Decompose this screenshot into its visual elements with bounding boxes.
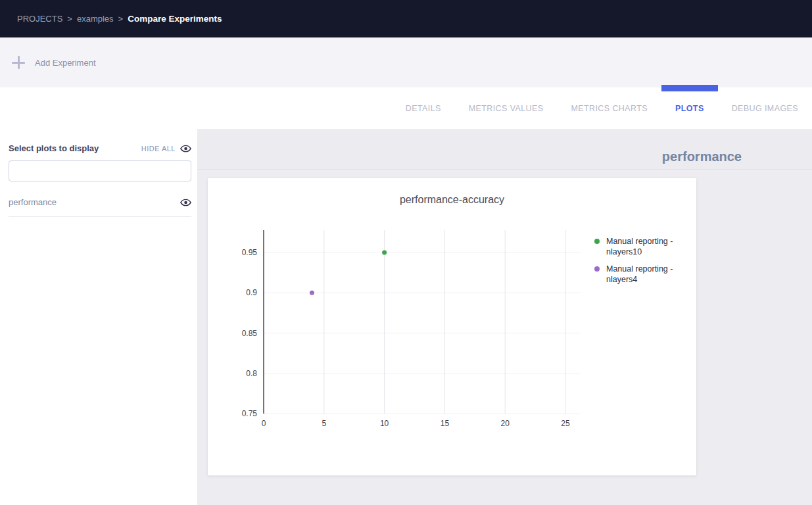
tab-bar: DETAILSMETRICS VALUESMETRICS CHARTSPLOTS… xyxy=(0,87,812,129)
tab-debug-images[interactable]: DEBUG IMAGES xyxy=(718,87,812,129)
legend-label: Manual reporting - nlayers10 xyxy=(606,236,684,258)
active-tab-indicator xyxy=(661,85,718,91)
eye-icon[interactable] xyxy=(180,199,191,206)
plot-svg[interactable]: 0.750.80.850.90.950510152025 xyxy=(208,178,696,475)
svg-text:0.75: 0.75 xyxy=(242,409,258,418)
plot-group-title: performance xyxy=(662,149,742,164)
sidebar: Select plots to display HIDE ALL perform… xyxy=(0,129,197,505)
hide-all-label: HIDE ALL xyxy=(141,145,176,153)
tab-plots[interactable]: PLOTS xyxy=(661,87,718,129)
plus-icon xyxy=(12,56,25,69)
plot-card: performance-accuracy 0.750.80.850.90.950… xyxy=(208,178,696,475)
app-root: PROJECTS > examples > Compare Experiment… xyxy=(0,0,812,505)
svg-text:0: 0 xyxy=(262,419,266,428)
svg-text:15: 15 xyxy=(441,419,450,428)
breadcrumb-separator: > xyxy=(118,14,124,24)
top-bar: PROJECTS > examples > Compare Experiment… xyxy=(0,0,812,37)
plot-list: performance xyxy=(9,192,191,217)
add-experiment-button[interactable]: Add Experiment xyxy=(12,56,96,69)
plot-item-label: performance xyxy=(9,197,57,207)
tab-label: METRICS VALUES xyxy=(469,104,544,113)
tab-label: DEBUG IMAGES xyxy=(732,104,798,113)
hide-all-button[interactable]: HIDE ALL xyxy=(141,145,191,153)
tab-details[interactable]: DETAILS xyxy=(392,87,455,129)
chart-legend: Manual reporting - nlayers10Manual repor… xyxy=(594,236,684,285)
sidebar-header: Select plots to display HIDE ALL xyxy=(9,143,191,153)
svg-text:5: 5 xyxy=(322,419,326,428)
toolbar: Add Experiment xyxy=(0,37,812,87)
breadcrumb-project[interactable]: examples xyxy=(77,14,114,24)
breadcrumb-root[interactable]: PROJECTS xyxy=(17,14,62,24)
tab-label: DETAILS xyxy=(406,104,441,113)
svg-text:20: 20 xyxy=(501,419,510,428)
main-content: performance performance-accuracy 0.750.8… xyxy=(197,129,812,505)
eye-icon xyxy=(180,145,191,153)
legend-item[interactable]: Manual reporting - nlayers4 xyxy=(594,264,684,285)
svg-text:0.9: 0.9 xyxy=(246,288,257,297)
legend-marker-icon xyxy=(594,266,600,272)
legend-marker-icon xyxy=(594,239,600,244)
svg-text:10: 10 xyxy=(380,419,389,428)
svg-text:0.85: 0.85 xyxy=(242,329,258,338)
plot-filter-input[interactable] xyxy=(9,160,191,181)
legend-label: Manual reporting - nlayers4 xyxy=(606,264,684,285)
breadcrumb-separator: > xyxy=(67,14,72,24)
svg-text:0.95: 0.95 xyxy=(242,248,258,257)
tab-label: PLOTS xyxy=(675,104,704,113)
svg-text:25: 25 xyxy=(561,419,570,428)
plot-list-item[interactable]: performance xyxy=(9,192,191,217)
add-experiment-label: Add Experiment xyxy=(35,58,96,68)
sidebar-title: Select plots to display xyxy=(9,143,99,153)
legend-item[interactable]: Manual reporting - nlayers10 xyxy=(594,236,684,258)
tab-metrics-values[interactable]: METRICS VALUES xyxy=(455,87,558,129)
tab-label: METRICS CHARTS xyxy=(571,104,648,113)
svg-text:0.8: 0.8 xyxy=(246,369,257,378)
tab-metrics-charts[interactable]: METRICS CHARTS xyxy=(557,87,661,129)
plot-group-header: performance xyxy=(197,129,812,170)
breadcrumb-current: Compare Experiments xyxy=(128,14,222,24)
